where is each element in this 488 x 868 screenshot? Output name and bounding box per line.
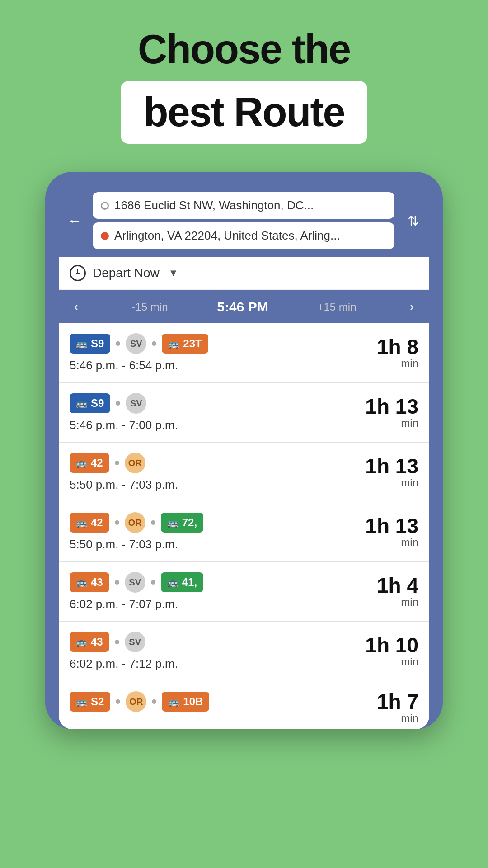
bus-icon: 🚌 [76,517,87,528]
header-best-route-text: best Route [143,90,344,135]
badge-separator-dot [116,341,120,346]
bus-icon: 🚌 [168,696,179,707]
bus-icon: 🚌 [76,637,87,647]
badge-separator-dot [152,699,156,704]
route-badges: 🚌42OR🚌72, [70,512,356,533]
route-left: 🚌43SV6:02 p.m. - 7:12 p.m. [70,632,356,671]
route-badge: 🚌10B [162,692,209,712]
dest-text: Arlington, VA 22204, United States, Arli… [114,229,386,243]
route-item[interactable]: 🚌42OR5:50 p.m. - 7:03 p.m.1h 13min [59,443,429,502]
bus-icon: 🚌 [76,338,87,349]
route-item[interactable]: 🚌S9SV🚌23T5:46 p.m. - 6:54 p.m.1h 8min [59,323,429,383]
route-left: 🚌S9SV5:46 p.m. - 7:00 p.m. [70,393,356,432]
badge-separator-dot [115,640,119,644]
route-badge-circle: OR [126,691,146,712]
bus-icon: 🚌 [167,577,178,588]
search-row: ← 1686 Euclid St NW, Washington, DC... A… [63,192,425,249]
route-badges: 🚌S9SV🚌23T [70,333,368,354]
badge-label: 10B [183,695,203,708]
route-time-range: 5:50 p.m. - 7:03 p.m. [70,538,356,552]
route-badge-circle: OR [125,512,145,533]
badge-label: 42 [91,457,103,469]
time-plus-label: +15 min [317,301,356,313]
header-route-box: best Route [121,81,367,144]
route-time-range: 5:46 p.m. - 7:00 p.m. [70,418,356,432]
time-prev-button[interactable]: ‹ [70,297,83,316]
search-area: ← 1686 Euclid St NW, Washington, DC... A… [59,185,429,257]
badge-separator-dot [115,461,119,465]
origin-text: 1686 Euclid St NW, Washington, DC... [114,198,386,212]
route-duration-num: 1h 8 [377,336,418,357]
route-badge-circle: SV [126,333,146,354]
route-badge: 🚌S9 [70,393,110,413]
badge-label: 42 [91,516,103,529]
route-badges: 🚌43SV🚌41, [70,572,368,593]
route-time-range: 6:02 p.m. - 7:12 p.m. [70,657,356,671]
badge-separator-dot [116,401,120,406]
route-badge: 🚌42 [70,453,109,473]
back-button[interactable]: ← [63,209,86,232]
route-item[interactable]: 🚌42OR🚌72,5:50 p.m. - 7:03 p.m.1h 13min [59,502,429,562]
route-item[interactable]: 🚌43SV🚌41,6:02 p.m. - 7:07 p.m.1h 4min [59,562,429,622]
route-right: 1h 13min [356,515,418,549]
routes-list: 🚌S9SV🚌23T5:46 p.m. - 6:54 p.m.1h 8min🚌S9… [59,323,429,729]
route-badge-circle: SV [126,393,146,414]
swap-button[interactable]: ⇅ [401,209,425,232]
route-left: 🚌S9SV🚌23T5:46 p.m. - 6:54 p.m. [70,333,368,373]
route-duration-unit: min [377,596,418,609]
route-duration-unit: min [365,536,418,549]
badge-label: 43 [91,636,103,648]
route-left: 🚌S2OR🚌10B [70,691,368,717]
route-item[interactable]: 🚌S2OR🚌10B1h 7min [59,681,429,729]
route-duration-unit: min [377,712,418,725]
route-item[interactable]: 🚌S9SV5:46 p.m. - 7:00 p.m.1h 13min [59,383,429,443]
route-badge: 🚌43 [70,572,109,592]
origin-dot [101,202,109,210]
route-duration-num: 1h 13 [365,456,418,476]
clock-icon [70,265,86,281]
route-duration-num: 1h 10 [365,635,418,656]
route-item[interactable]: 🚌43SV6:02 p.m. - 7:12 p.m.1h 10min [59,622,429,681]
route-badges: 🚌S2OR🚌10B [70,691,368,712]
route-duration-num: 1h 4 [377,575,418,596]
route-badge: 🚌S2 [70,692,110,712]
depart-section[interactable]: Depart Now ▼ [59,257,429,290]
time-nav: ‹ -15 min 5:46 PM +15 min › [59,290,429,323]
header-area: Choose the best Route [0,0,488,144]
route-badge-circle: OR [125,453,145,473]
route-right: 1h 13min [356,396,418,429]
dest-input-box[interactable]: Arlington, VA 22204, United States, Arli… [93,222,394,249]
badge-label: S9 [91,337,104,350]
route-badge: 🚌43 [70,632,109,652]
depart-dropdown-icon: ▼ [169,267,178,279]
route-right: 1h 4min [368,575,418,609]
route-duration-unit: min [365,656,418,668]
route-right: 1h 10min [356,635,418,668]
route-duration-unit: min [365,417,418,429]
route-badge: 🚌42 [70,513,109,533]
route-left: 🚌42OR5:50 p.m. - 7:03 p.m. [70,453,356,492]
route-right: 1h 8min [368,336,418,370]
route-badges: 🚌43SV [70,632,356,652]
time-minus-label: -15 min [131,301,168,313]
header-choose-text: Choose the [0,27,488,72]
route-badge-circle: SV [125,632,145,652]
route-duration-unit: min [365,476,418,489]
route-badge: 🚌S9 [70,334,110,354]
route-time-range: 5:50 p.m. - 7:03 p.m. [70,478,356,492]
badge-separator-dot [115,520,119,525]
route-right: 1h 7min [368,691,418,725]
route-duration-unit: min [377,357,418,370]
badge-label: 41, [182,576,197,589]
origin-input-box[interactable]: 1686 Euclid St NW, Washington, DC... [93,192,394,219]
depart-text: Depart Now [93,266,160,280]
time-next-button[interactable]: › [405,297,418,316]
bus-icon: 🚌 [167,517,178,528]
badge-separator-dot [151,520,155,525]
route-right: 1h 13min [356,456,418,489]
badge-separator-dot [116,699,120,704]
route-duration-num: 1h 13 [365,396,418,417]
route-badges: 🚌S9SV [70,393,356,414]
route-badges: 🚌42OR [70,453,356,473]
badge-label: S2 [91,695,104,708]
